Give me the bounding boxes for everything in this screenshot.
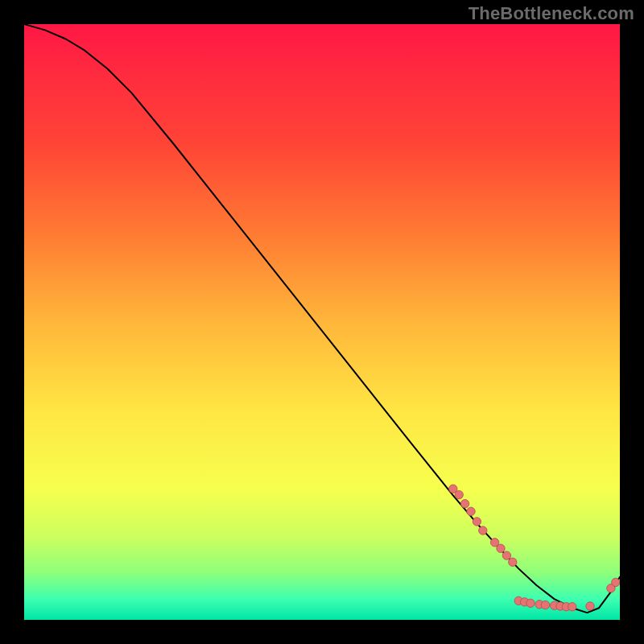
curve-marker (541, 601, 549, 609)
curve-marker (497, 544, 505, 552)
curve-marker (509, 558, 517, 566)
curve-marker (586, 602, 594, 610)
curve-marker (479, 526, 487, 535)
curve-marker (460, 500, 469, 508)
chart-plot (24, 24, 620, 620)
curve-marker (568, 603, 576, 611)
gradient-background (24, 24, 620, 620)
curve-marker (473, 518, 481, 526)
chart-svg (24, 24, 620, 620)
chart-frame: TheBottleneck.com (0, 0, 644, 644)
watermark-text: TheBottleneck.com (469, 3, 634, 24)
curve-marker (612, 578, 620, 586)
curve-marker (467, 507, 475, 515)
curve-marker (526, 599, 535, 607)
curve-marker (455, 490, 463, 498)
curve-marker (502, 551, 510, 559)
